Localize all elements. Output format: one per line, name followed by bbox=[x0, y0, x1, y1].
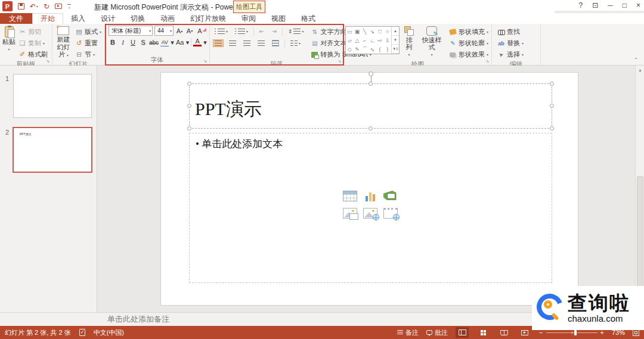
tab-file[interactable]: 文件 bbox=[0, 13, 32, 24]
help-button[interactable]: ? bbox=[578, 1, 583, 10]
shape-cell[interactable]: ⇨ bbox=[376, 36, 384, 45]
drawing-dialog-launcher[interactable] bbox=[485, 58, 490, 64]
decrease-indent-button[interactable]: ⇤ bbox=[258, 27, 266, 36]
shape-cell[interactable]: ▭ bbox=[346, 27, 354, 36]
tab-home[interactable]: 开始 bbox=[32, 13, 63, 24]
insert-table-icon[interactable] bbox=[343, 191, 357, 201]
change-case-button[interactable]: Aa bbox=[176, 38, 184, 46]
slide-title-text[interactable]: PPT演示 bbox=[195, 97, 262, 122]
shape-cell[interactable]: ⇩ bbox=[383, 36, 391, 45]
shape-cell[interactable]: ⌐ bbox=[361, 36, 369, 45]
gallery-down-button[interactable]: ▼ bbox=[392, 36, 399, 45]
justify-button[interactable] bbox=[256, 39, 267, 47]
insert-video-icon[interactable] bbox=[383, 208, 398, 219]
bullets-button[interactable]: ▾ bbox=[213, 27, 230, 35]
content-placeholder[interactable]: • 单击此处添加文本 bbox=[189, 133, 552, 283]
shape-cell[interactable]: ∿ bbox=[369, 45, 376, 54]
redo-button[interactable]: ↻ bbox=[44, 2, 49, 11]
clipboard-dialog-launcher[interactable] bbox=[45, 58, 51, 64]
tab-view[interactable]: 视图 bbox=[264, 13, 293, 24]
align-right-button[interactable] bbox=[242, 39, 252, 47]
font-dialog-launcher[interactable] bbox=[203, 58, 208, 64]
vertical-scrollbar[interactable]: ▲ ▼ ▲▲ ▼▼ bbox=[635, 66, 644, 312]
tab-slideshow[interactable]: 幻灯片放映 bbox=[182, 13, 234, 24]
increase-font-button[interactable]: A bbox=[175, 27, 184, 35]
start-slideshow-button[interactable] bbox=[55, 4, 62, 9]
customize-qat-button[interactable]: ⌄ bbox=[67, 4, 71, 8]
gallery-up-button[interactable]: ▲ bbox=[392, 27, 399, 36]
slide-1-thumbnail[interactable] bbox=[13, 74, 92, 118]
replace-button[interactable]: ab替换▾ bbox=[496, 38, 525, 48]
bold-button[interactable]: B bbox=[109, 38, 117, 46]
tab-design[interactable]: 设计 bbox=[93, 13, 123, 24]
normal-view-button[interactable] bbox=[456, 327, 469, 338]
save-button[interactable] bbox=[18, 3, 24, 10]
notes-toggle-button[interactable]: 备注 bbox=[397, 328, 419, 337]
underline-button[interactable]: U bbox=[129, 38, 137, 46]
font-size-combo[interactable]: 44▾ bbox=[154, 26, 174, 36]
shape-cell[interactable]: ⌒ bbox=[361, 45, 369, 54]
reset-button[interactable]: ↺重置 bbox=[73, 38, 103, 48]
scrollbar-thumb[interactable] bbox=[637, 176, 643, 290]
shape-cell[interactable]: □ bbox=[376, 27, 384, 36]
scroll-up-button[interactable]: ▲ bbox=[636, 66, 644, 74]
title-placeholder[interactable]: PPT演示 bbox=[189, 83, 552, 129]
character-spacing-button[interactable]: AV bbox=[160, 38, 169, 46]
paragraph-dialog-launcher[interactable] bbox=[337, 58, 342, 64]
find-button[interactable]: 查找 bbox=[496, 27, 525, 37]
layout-button[interactable]: ▤版式▾ bbox=[73, 27, 103, 37]
quick-styles-button[interactable]: 快速样式 ▾ bbox=[419, 26, 445, 60]
slide-canvas[interactable]: PPT演示 • 单击此处添加文本 bbox=[160, 72, 578, 306]
resize-handle-s[interactable] bbox=[369, 126, 373, 130]
shape-cell[interactable]: ∟ bbox=[369, 36, 376, 45]
shapes-gallery[interactable]: ▭ ▣ ╲ ↘ □ ○ ▱ △ ⌐ ∟ ⇨ ⇩ ◇ ✎ ⌒ ∿ ( bbox=[345, 26, 400, 54]
shape-cell[interactable]: △ bbox=[354, 36, 361, 45]
shape-outline-button[interactable]: ✎形状轮廓▾ bbox=[447, 38, 490, 48]
gallery-more-button[interactable]: ▼≡ bbox=[392, 45, 399, 54]
maximize-button[interactable]: □ bbox=[623, 1, 627, 10]
new-slide-button[interactable]: 新建 幻灯片 ▾ bbox=[54, 26, 73, 60]
zoom-track[interactable] bbox=[546, 332, 597, 333]
align-center-button[interactable] bbox=[227, 39, 238, 47]
text-shadow-button[interactable]: S bbox=[139, 38, 147, 46]
shape-cell[interactable]: ◇ bbox=[346, 45, 354, 54]
shape-cell[interactable]: ( bbox=[376, 45, 384, 54]
resize-handle-e[interactable] bbox=[550, 104, 554, 108]
insert-online-picture-icon[interactable] bbox=[363, 208, 377, 219]
slide-2-thumbnail[interactable]: PPT演示 bbox=[13, 127, 92, 173]
collapse-ribbon-button[interactable]: ⌃ bbox=[634, 57, 638, 63]
insert-picture-icon[interactable] bbox=[343, 208, 357, 219]
resize-handle-w[interactable] bbox=[187, 104, 191, 108]
shape-cell[interactable]: ▣ bbox=[354, 27, 361, 36]
strikethrough-button[interactable]: abc bbox=[149, 38, 159, 46]
tab-review[interactable]: 审阅 bbox=[234, 13, 264, 24]
shape-cell[interactable]: ○ bbox=[383, 27, 391, 36]
minimize-button[interactable]: ─ bbox=[608, 1, 613, 10]
select-button[interactable]: ➤选择▾ bbox=[496, 49, 525, 60]
decrease-font-button[interactable]: A bbox=[185, 27, 194, 35]
resize-handle-se[interactable] bbox=[550, 126, 554, 130]
contextual-tab-drawing-tools[interactable]: 绘图工具 bbox=[233, 1, 265, 13]
rotation-handle[interactable] bbox=[369, 71, 373, 76]
font-color-button[interactable]: A bbox=[193, 38, 202, 46]
cut-button[interactable]: ✂剪切 bbox=[17, 27, 49, 37]
shape-cell[interactable]: ✎ bbox=[354, 45, 361, 54]
shape-cell[interactable]: ▱ bbox=[346, 36, 354, 45]
tab-transitions[interactable]: 切换 bbox=[123, 13, 153, 24]
arrange-button[interactable]: 排列 ▾ bbox=[402, 26, 416, 60]
slideshow-view-button[interactable] bbox=[518, 327, 531, 338]
insert-chart-icon[interactable] bbox=[363, 191, 377, 201]
resize-handle-sw[interactable] bbox=[187, 126, 191, 130]
copy-button[interactable]: ❏复制▾ bbox=[17, 38, 49, 48]
font-name-combo[interactable]: 宋体 (标题)▾ bbox=[109, 26, 153, 36]
shape-cell[interactable]: ╲ bbox=[361, 27, 369, 36]
slide-sorter-view-button[interactable] bbox=[476, 327, 490, 338]
shape-fill-button[interactable]: 形状填充▾ bbox=[447, 27, 490, 37]
distribute-button[interactable] bbox=[270, 39, 281, 48]
resize-handle-ne[interactable] bbox=[550, 82, 554, 86]
tab-animations[interactable]: 动画 bbox=[153, 13, 182, 24]
italic-button[interactable]: I bbox=[119, 38, 127, 46]
resize-handle-n[interactable] bbox=[369, 82, 373, 86]
format-painter-button[interactable]: ✐格式刷 bbox=[17, 49, 49, 60]
language-indicator[interactable]: 中文(中国) bbox=[94, 328, 124, 337]
